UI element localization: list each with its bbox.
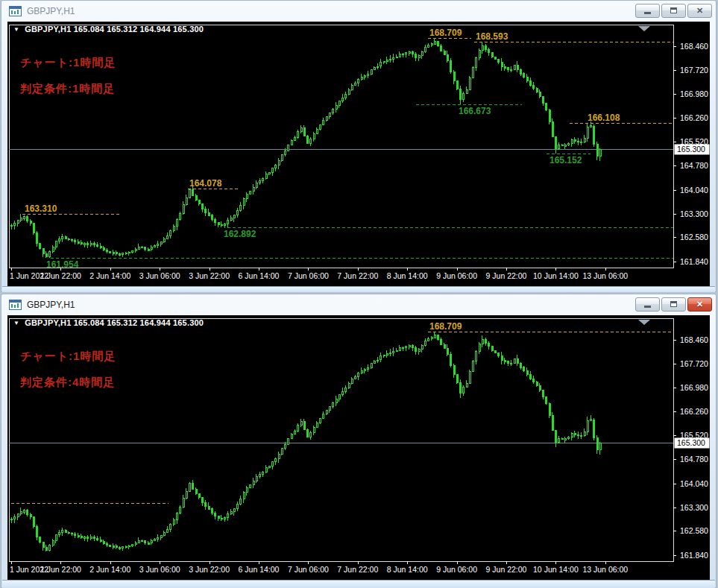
svg-text:168.709: 168.709 bbox=[429, 321, 462, 332]
svg-text:9 Jun 06:00: 9 Jun 06:00 bbox=[436, 565, 477, 574]
svg-text:6 Jun 14:00: 6 Jun 14:00 bbox=[239, 565, 280, 574]
svg-text:166.673: 166.673 bbox=[459, 106, 491, 116]
svg-text:7 Jun 22:00: 7 Jun 22:00 bbox=[337, 271, 378, 280]
window-title: GBPJPY,H1 bbox=[27, 300, 635, 310]
annotation-judge-timeframe: 判定条件:4時間足 bbox=[20, 376, 115, 390]
svg-text:167.720: 167.720 bbox=[680, 359, 708, 368]
svg-text:3 Jun 06:00: 3 Jun 06:00 bbox=[139, 271, 180, 280]
time-axis[interactable]: 1 Jun 20221 Jun 22:002 Jun 14:003 Jun 06… bbox=[10, 268, 628, 280]
svg-text:10 Jun 14:00: 10 Jun 14:00 bbox=[533, 271, 579, 280]
window-bottom-border bbox=[2, 580, 715, 588]
svg-text:2 Jun 14:00: 2 Jun 14:00 bbox=[89, 565, 130, 574]
chart-window-bottom[interactable]: GBPJPY,H1 ✕ 168.709168.460167.720166.980… bbox=[1, 294, 717, 588]
chart-window-icon bbox=[9, 6, 22, 16]
minimize-icon bbox=[644, 306, 651, 308]
svg-text:165.300: 165.300 bbox=[677, 145, 705, 154]
svg-text:161.840: 161.840 bbox=[680, 257, 708, 266]
metatrader-workspace: { "windows": [ { "title": "GBPJPY,H1", "… bbox=[0, 0, 718, 588]
svg-text:164.040: 164.040 bbox=[680, 186, 708, 195]
minimize-icon bbox=[644, 12, 651, 14]
svg-text:166.108: 166.108 bbox=[588, 113, 620, 123]
svg-text:13 Jun 06:00: 13 Jun 06:00 bbox=[582, 565, 628, 574]
svg-text:166.980: 166.980 bbox=[680, 89, 708, 98]
svg-text:168.460: 168.460 bbox=[680, 42, 708, 51]
chart-area[interactable]: 163.310164.078168.709168.593166.108166.6… bbox=[7, 22, 710, 286]
annotation-chart-timeframe: チャート:1時間足 bbox=[20, 56, 116, 70]
restore-button[interactable] bbox=[661, 297, 686, 312]
window-title: GBPJPY,H1 bbox=[27, 6, 635, 16]
svg-text:166.260: 166.260 bbox=[680, 113, 708, 122]
svg-text:162.892: 162.892 bbox=[224, 229, 256, 239]
svg-text:7 Jun 22:00: 7 Jun 22:00 bbox=[337, 565, 378, 574]
restore-icon bbox=[670, 7, 677, 13]
svg-text:1 Jun 22:00: 1 Jun 22:00 bbox=[40, 565, 81, 574]
svg-text:8 Jun 14:00: 8 Jun 14:00 bbox=[387, 271, 428, 280]
chart-area[interactable]: 168.709168.460167.720166.980166.260165.5… bbox=[7, 315, 710, 580]
svg-text:163.310: 163.310 bbox=[25, 203, 57, 214]
window-bottom-border bbox=[2, 286, 715, 292]
close-button[interactable]: ✕ bbox=[687, 297, 712, 312]
svg-text:162.580: 162.580 bbox=[680, 233, 708, 241]
svg-text:161.840: 161.840 bbox=[680, 551, 708, 560]
svg-text:164.078: 164.078 bbox=[189, 178, 222, 189]
chart-header: ▼GBPJPY,H1 165.084 165.312 164.944 165.3… bbox=[13, 318, 204, 327]
current-price-tag: 165.300 bbox=[675, 145, 710, 155]
annotation-judge-timeframe: 判定条件:1時間足 bbox=[20, 82, 115, 96]
svg-text:166.260: 166.260 bbox=[680, 407, 708, 416]
restore-button[interactable] bbox=[661, 4, 686, 18]
minimize-button[interactable] bbox=[635, 297, 660, 312]
svg-text:168.593: 168.593 bbox=[476, 31, 508, 42]
symbol-dropdown-icon[interactable]: ▼ bbox=[13, 320, 19, 326]
svg-text:9 Jun 22:00: 9 Jun 22:00 bbox=[486, 565, 527, 574]
chart-header: ▼GBPJPY,H1 165.084 165.312 164.944 165.3… bbox=[13, 25, 204, 34]
svg-text:3 Jun 22:00: 3 Jun 22:00 bbox=[189, 271, 230, 280]
svg-text:168.709: 168.709 bbox=[429, 28, 462, 38]
svg-text:166.980: 166.980 bbox=[680, 383, 708, 392]
close-icon: ✕ bbox=[696, 7, 703, 15]
level-labels: 168.709 bbox=[429, 321, 462, 332]
svg-text:2 Jun 14:00: 2 Jun 14:00 bbox=[89, 271, 130, 280]
svg-text:164.040: 164.040 bbox=[680, 479, 708, 488]
close-button[interactable]: ✕ bbox=[687, 4, 712, 18]
svg-text:165.152: 165.152 bbox=[549, 155, 582, 165]
chart-window-top[interactable]: GBPJPY,H1 ✕ 163.310164.078168.709168.593… bbox=[1, 0, 717, 292]
svg-text:10 Jun 14:00: 10 Jun 14:00 bbox=[533, 565, 579, 574]
svg-text:3 Jun 22:00: 3 Jun 22:00 bbox=[189, 565, 230, 574]
svg-text:161.954: 161.954 bbox=[46, 259, 79, 270]
svg-text:164.780: 164.780 bbox=[680, 161, 708, 170]
restore-icon bbox=[670, 301, 677, 307]
titlebar[interactable]: GBPJPY,H1 ✕ bbox=[1, 294, 716, 315]
svg-text:7 Jun 06:00: 7 Jun 06:00 bbox=[288, 565, 329, 574]
svg-text:162.580: 162.580 bbox=[680, 526, 708, 535]
svg-text:9 Jun 06:00: 9 Jun 06:00 bbox=[436, 271, 477, 280]
symbol-dropdown-icon[interactable]: ▼ bbox=[13, 26, 19, 33]
svg-text:9 Jun 22:00: 9 Jun 22:00 bbox=[486, 271, 527, 280]
close-icon: ✕ bbox=[696, 300, 703, 309]
minimize-button[interactable] bbox=[635, 4, 660, 18]
svg-text:167.720: 167.720 bbox=[680, 66, 708, 75]
svg-text:1 Jun 22:00: 1 Jun 22:00 bbox=[40, 271, 81, 280]
svg-text:163.300: 163.300 bbox=[680, 209, 708, 218]
svg-text:6 Jun 14:00: 6 Jun 14:00 bbox=[239, 271, 280, 280]
titlebar[interactable]: GBPJPY,H1 ✕ bbox=[1, 1, 716, 22]
svg-text:13 Jun 06:00: 13 Jun 06:00 bbox=[582, 271, 628, 280]
chart-window-icon bbox=[9, 300, 22, 310]
svg-text:165.300: 165.300 bbox=[677, 438, 705, 447]
svg-text:7 Jun 06:00: 7 Jun 06:00 bbox=[288, 271, 329, 280]
current-price-tag: 165.300 bbox=[675, 438, 710, 449]
svg-text:163.300: 163.300 bbox=[680, 503, 708, 512]
svg-text:168.460: 168.460 bbox=[680, 335, 708, 344]
chart-header-text: GBPJPY,H1 165.084 165.312 164.944 165.30… bbox=[25, 25, 204, 34]
svg-text:164.780: 164.780 bbox=[680, 455, 708, 464]
annotation-chart-timeframe: チャート:1時間足 bbox=[20, 350, 116, 364]
svg-text:3 Jun 06:00: 3 Jun 06:00 bbox=[139, 565, 180, 574]
svg-text:8 Jun 14:00: 8 Jun 14:00 bbox=[387, 565, 428, 574]
time-axis[interactable]: 1 Jun 20221 Jun 22:002 Jun 14:003 Jun 06… bbox=[10, 561, 628, 574]
chart-header-text: GBPJPY,H1 165.084 165.312 164.944 165.30… bbox=[25, 318, 204, 327]
